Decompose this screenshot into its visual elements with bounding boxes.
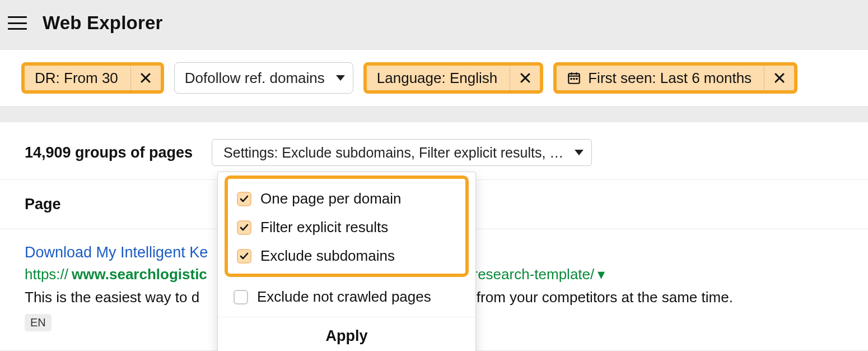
close-icon (520, 72, 531, 84)
chevron-down-icon (575, 150, 584, 155)
filter-chip-dr[interactable]: DR: From 30 (21, 62, 164, 94)
result-snippet-left: This is the easiest way to d (25, 289, 199, 306)
settings-option-filter-explicit[interactable]: Filter explicit results (235, 213, 459, 242)
calendar-icon (567, 71, 581, 85)
filter-bar: DR: From 30 Dofollow ref. domains Langua… (0, 49, 868, 107)
page-title: Web Explorer (43, 12, 163, 34)
settings-popover: One page per domain Filter explicit resu… (217, 172, 476, 351)
svg-rect-5 (573, 78, 575, 80)
filter-chip-language[interactable]: Language: English (363, 62, 543, 94)
chevron-down-icon[interactable]: ▾ (598, 266, 605, 283)
chevron-down-icon (336, 75, 345, 81)
settings-highlight-group: One page per domain Filter explicit resu… (225, 176, 469, 277)
result-url-domain: www.searchlogistic (72, 266, 207, 283)
filter-chip-dofollow-label: Dofollow ref. domains (185, 71, 325, 85)
settings-option-label: Filter explicit results (260, 219, 388, 236)
filter-chip-firstseen-remove[interactable] (764, 66, 794, 90)
result-snippet-right: s from your competitors at the same time… (465, 289, 733, 306)
checkbox-icon (234, 290, 248, 304)
checkbox-icon (237, 192, 251, 206)
filter-chip-dofollow[interactable]: Dofollow ref. domains (174, 62, 353, 94)
hamburger-icon[interactable] (8, 15, 27, 31)
settings-option-label: One page per domain (260, 190, 402, 207)
filter-chip-dr-label: DR: From 30 (35, 71, 118, 85)
settings-option-exclude-not-crawled[interactable]: Exclude not crawled pages (231, 283, 462, 311)
svg-rect-4 (571, 78, 572, 80)
settings-option-one-per-domain[interactable]: One page per domain (235, 184, 459, 213)
result-url-prefix: https:// (25, 266, 68, 283)
checkbox-icon (237, 249, 251, 264)
settings-option-label: Exclude subdomains (260, 247, 395, 265)
checkbox-icon (237, 220, 251, 235)
settings-option-exclude-subdomains[interactable]: Exclude subdomains (235, 242, 459, 270)
filter-chip-dr-remove[interactable] (130, 66, 161, 90)
settings-dropdown-label: Settings: Exclude subdomains, Filter exp… (223, 145, 563, 161)
filter-chip-firstseen-label: First seen: Last 6 months (588, 71, 752, 85)
result-url-path: -research-template/ (468, 266, 594, 283)
close-icon (774, 72, 785, 84)
apply-button[interactable]: Apply (218, 317, 475, 351)
close-icon (140, 72, 151, 84)
app-header: Web Explorer (0, 0, 868, 49)
language-badge: EN (25, 314, 52, 331)
filter-chip-firstseen[interactable]: First seen: Last 6 months (553, 62, 797, 94)
svg-rect-6 (576, 78, 577, 80)
filter-chip-language-remove[interactable] (510, 66, 540, 90)
settings-option-label: Exclude not crawled pages (257, 288, 431, 306)
filter-chip-language-label: Language: English (377, 71, 497, 85)
results-count: 14,909 groups of pages (25, 144, 193, 161)
settings-dropdown[interactable]: Settings: Exclude subdomains, Filter exp… (212, 139, 592, 166)
